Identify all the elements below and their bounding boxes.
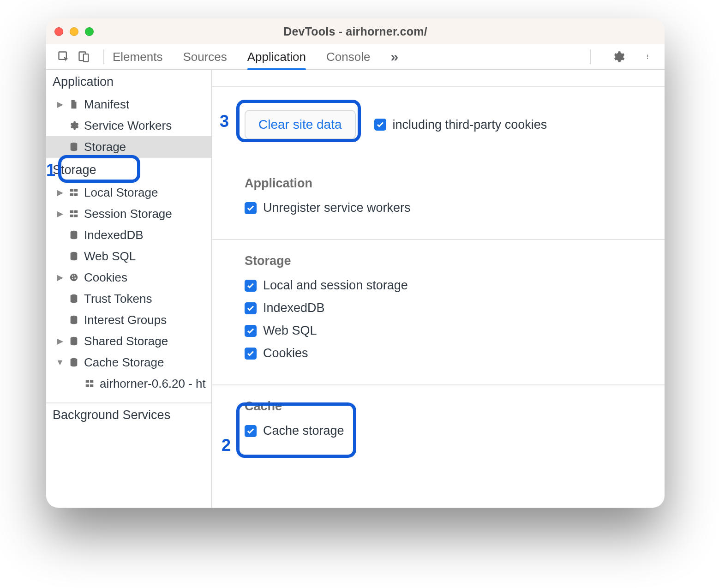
devtools-window: DevTools - airhorner.com/ Elements Sourc… xyxy=(46,18,665,508)
checkbox-label: IndexedDB xyxy=(263,301,325,315)
checkbox-checked-icon xyxy=(245,302,257,314)
more-tabs-icon[interactable]: » xyxy=(390,49,398,65)
toolbar-divider xyxy=(103,49,104,64)
sidebar-item-websql[interactable]: ▶ Web SQL xyxy=(46,246,211,267)
svg-rect-9 xyxy=(70,193,73,196)
svg-point-5 xyxy=(647,58,648,59)
sidebar-item-label: Manifest xyxy=(84,97,129,112)
tab-console[interactable]: Console xyxy=(326,44,370,69)
checkbox-label: Local and session storage xyxy=(263,278,408,293)
tab-application[interactable]: Application xyxy=(247,44,306,69)
checkbox-checked-icon xyxy=(245,425,257,437)
toolbar-divider-right xyxy=(590,49,591,64)
sidebar-item-label: Storage xyxy=(84,140,126,154)
window-title: DevTools - airhorner.com/ xyxy=(46,25,665,38)
sidebar-item-indexeddb[interactable]: ▶ IndexedDB xyxy=(46,224,211,246)
sidebar-item-session-storage[interactable]: ▶ Session Storage xyxy=(46,203,211,224)
sidebar-item-label: Shared Storage xyxy=(84,334,168,348)
sidebar-item-shared-storage[interactable]: ▶ Shared Storage xyxy=(46,330,211,352)
sidebar-item-cookies[interactable]: ▶ Cookies xyxy=(46,267,211,288)
sidebar: Application ▶ Manifest ▶ Service Workers xyxy=(46,70,212,508)
checkbox-checked-icon xyxy=(245,348,257,360)
grid-icon xyxy=(68,208,79,219)
sidebar-item-label: Cookies xyxy=(84,270,127,285)
sidebar-item-label: Cache Storage xyxy=(84,355,164,370)
database-icon xyxy=(68,141,79,152)
svg-point-18 xyxy=(72,276,73,277)
svg-point-19 xyxy=(74,275,75,276)
sidebar-item-label: Interest Groups xyxy=(84,313,167,327)
sidebar-section-bg-services-title: Background Services xyxy=(46,403,211,427)
tab-sources[interactable]: Sources xyxy=(183,44,227,69)
database-icon xyxy=(68,293,79,304)
sidebar-item-storage[interactable]: ▶ Storage xyxy=(46,136,211,157)
checkbox-checked-icon xyxy=(245,202,257,214)
inspect-icon[interactable] xyxy=(54,48,73,66)
sidebar-section-application-title: Application xyxy=(46,70,211,94)
svg-rect-8 xyxy=(74,189,78,192)
panel-heading-application: Application xyxy=(245,176,665,191)
svg-rect-13 xyxy=(70,215,73,217)
sidebar-item-label: Web SQL xyxy=(84,249,136,264)
database-icon xyxy=(68,336,79,347)
svg-point-20 xyxy=(74,277,76,279)
callout-number-3: 3 xyxy=(220,112,229,131)
clear-site-data-button[interactable]: Clear site data xyxy=(245,110,356,139)
grid-icon xyxy=(84,378,95,389)
sidebar-item-service-workers[interactable]: ▶ Service Workers xyxy=(46,115,211,136)
document-icon xyxy=(68,99,79,110)
kebab-menu-icon[interactable] xyxy=(640,48,658,66)
sidebar-item-label: Trust Tokens xyxy=(84,292,152,306)
callout-number-2: 2 xyxy=(222,436,231,455)
gear-icon[interactable] xyxy=(609,48,628,66)
sidebar-item-cache-storage[interactable]: ▼ Cache Storage xyxy=(46,352,211,373)
sidebar-item-manifest[interactable]: ▶ Manifest xyxy=(46,94,211,115)
checkbox-label: Web SQL xyxy=(263,324,317,338)
checkbox-label: Unregister service workers xyxy=(263,201,411,215)
checkbox-label: Cookies xyxy=(263,346,308,360)
svg-rect-12 xyxy=(74,210,78,213)
checkbox-unregister-sw[interactable]: Unregister service workers xyxy=(245,201,665,215)
device-toggle-icon[interactable] xyxy=(75,48,93,66)
checkbox-checked-icon xyxy=(245,325,257,337)
checkbox-cookies[interactable]: Cookies xyxy=(245,346,665,360)
svg-point-17 xyxy=(70,274,78,282)
svg-point-4 xyxy=(647,56,648,57)
panel-heading-storage: Storage xyxy=(245,254,665,268)
checkbox-websql[interactable]: Web SQL xyxy=(245,324,665,338)
checkbox-cache-storage[interactable]: Cache storage xyxy=(245,424,665,438)
grid-icon xyxy=(68,187,79,198)
sidebar-item-label: Session Storage xyxy=(84,207,172,221)
sidebar-item-local-storage[interactable]: ▶ Local Storage xyxy=(46,182,211,203)
database-icon xyxy=(68,229,79,240)
checkbox-indexeddb[interactable]: IndexedDB xyxy=(245,301,665,315)
sidebar-item-interest-groups[interactable]: ▶ Interest Groups xyxy=(46,309,211,330)
sidebar-item-label: IndexedDB xyxy=(84,228,144,242)
svg-rect-29 xyxy=(90,384,93,387)
cookie-icon xyxy=(68,272,79,283)
svg-rect-10 xyxy=(74,193,78,196)
checkbox-checked-icon xyxy=(245,280,257,292)
sidebar-item-trust-tokens[interactable]: ▶ Trust Tokens xyxy=(46,288,211,309)
database-icon xyxy=(68,314,79,325)
svg-rect-7 xyxy=(70,189,73,192)
svg-point-21 xyxy=(72,278,73,279)
checkbox-local-session[interactable]: Local and session storage xyxy=(245,278,665,293)
svg-rect-26 xyxy=(86,380,89,383)
main-panel: Clear site data including third-party co… xyxy=(212,70,665,508)
tab-elements[interactable]: Elements xyxy=(113,44,162,69)
sidebar-item-cache-entry[interactable]: ▶ airhorner-0.6.20 - ht xyxy=(46,373,211,394)
checkbox-third-party-cookies[interactable]: including third-party cookies xyxy=(374,118,547,132)
checkbox-label: including third-party cookies xyxy=(393,118,547,132)
content-area: Application ▶ Manifest ▶ Service Workers xyxy=(46,70,665,508)
checkbox-label: Cache storage xyxy=(263,424,344,438)
sidebar-item-label: airhorner-0.6.20 - ht xyxy=(100,377,206,391)
svg-rect-27 xyxy=(90,380,93,383)
callout-number-1: 1 xyxy=(46,161,55,180)
svg-point-3 xyxy=(647,55,648,56)
svg-rect-28 xyxy=(86,384,89,387)
database-icon xyxy=(68,251,79,262)
svg-rect-14 xyxy=(74,215,78,217)
checkbox-checked-icon xyxy=(374,119,386,131)
svg-rect-2 xyxy=(84,54,89,61)
